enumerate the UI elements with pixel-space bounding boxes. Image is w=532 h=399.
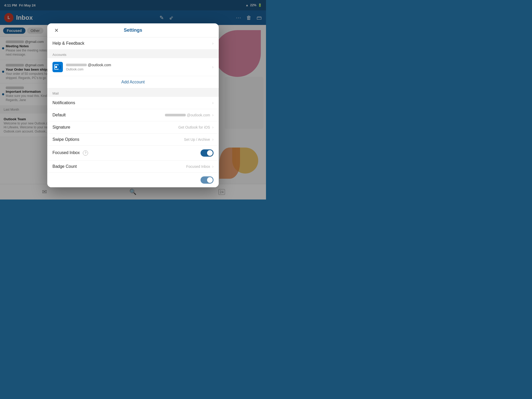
focused-inbox-row: Focused Inbox ? (47, 146, 219, 161)
close-button[interactable]: ✕ (52, 26, 60, 34)
chevron-icon: › (212, 41, 214, 46)
svg-rect-3 (58, 66, 60, 68)
accounts-section-label: Accounts (47, 50, 219, 58)
modal-title: Settings (124, 28, 142, 33)
notifications-row[interactable]: Notifications › (47, 97, 219, 109)
focused-inbox-help-icon[interactable]: ? (83, 150, 88, 156)
help-feedback-label: Help & Feedback (52, 41, 212, 46)
badge-count-value: Focused Inbox (186, 164, 210, 169)
account-type: Outlook.com (66, 68, 212, 71)
chevron-icon: › (212, 125, 214, 130)
focused-inbox-toggle[interactable] (201, 149, 214, 157)
notifications-label: Notifications (52, 101, 212, 105)
badge-count-row[interactable]: Badge Count Focused Inbox › (47, 161, 219, 173)
default-label: Default (52, 113, 165, 117)
modal-header: ✕ Settings (47, 23, 219, 37)
add-account-button[interactable]: Add Account (47, 76, 219, 88)
outlook-logo (52, 62, 63, 72)
signature-label: Signature (52, 125, 178, 130)
partial-bottom-row (47, 173, 219, 187)
toggle-thumb (207, 150, 213, 156)
default-domain-value: @outlook.com (187, 113, 210, 117)
toggle-track (201, 149, 214, 157)
settings-modal: ✕ Settings Help & Feedback › Accounts (47, 23, 219, 187)
chevron-icon: › (212, 113, 214, 117)
swipe-options-value: Set Up / Archive (184, 137, 210, 142)
account-email-display: @outlook.com (66, 63, 212, 67)
account-domain: @outlook.com (88, 63, 111, 67)
account-info: @outlook.com Outlook.com (66, 63, 212, 71)
default-value-blurred (165, 114, 186, 116)
chevron-icon: › (212, 101, 214, 105)
toggle-track (201, 176, 214, 184)
badge-count-label: Badge Count (52, 164, 186, 169)
focused-inbox-label: Focused Inbox ? (52, 150, 201, 156)
signature-row[interactable]: Signature Get Outlook for iOS › (47, 121, 219, 134)
chevron-icon: › (212, 137, 214, 142)
mail-section-label: Mail (47, 88, 219, 97)
chevron-icon: › (212, 164, 214, 169)
modal-body: Help & Feedback › Accounts (47, 37, 219, 187)
toggle-thumb (207, 177, 213, 183)
help-feedback-row[interactable]: Help & Feedback › (47, 37, 219, 50)
partial-toggle[interactable] (201, 176, 214, 184)
add-account-label: Add Account (121, 80, 145, 84)
signature-value: Get Outlook for iOS (178, 125, 210, 129)
svg-point-4 (55, 66, 57, 68)
chevron-icon: › (212, 65, 214, 69)
outlook-account-icon (52, 62, 63, 72)
default-row[interactable]: Default @outlook.com › (47, 109, 219, 121)
swipe-options-row[interactable]: Swipe Options Set Up / Archive › (47, 134, 219, 146)
swipe-options-label: Swipe Options (52, 137, 184, 142)
email-blurred-part (66, 64, 87, 66)
account-row[interactable]: @outlook.com Outlook.com › (47, 58, 219, 76)
